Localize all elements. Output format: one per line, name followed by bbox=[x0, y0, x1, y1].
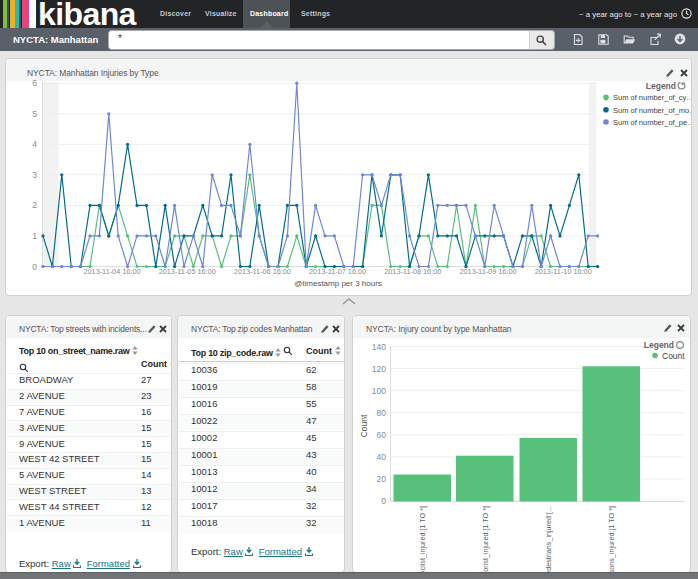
svg-text:Sum of number_of_mo…: Sum of number_of_mo… bbox=[613, 106, 692, 115]
svg-text:2013-11-08 16:00: 2013-11-08 16:00 bbox=[384, 267, 441, 276]
svg-text:0: 0 bbox=[32, 262, 37, 272]
svg-text:2013-11-04 16:00: 2013-11-04 16:00 bbox=[83, 267, 140, 276]
svg-text:2013-11-06 16:00: 2013-11-06 16:00 bbox=[234, 267, 291, 276]
svg-text:_pedestrians_injured:[...: _pedestrians_injured:[... bbox=[544, 506, 553, 572]
svg-text:_persons_injured:[1 TO *]: _persons_injured:[1 TO *] bbox=[607, 506, 616, 572]
svg-text:1: 1 bbox=[32, 231, 37, 241]
svg-text:0: 0 bbox=[381, 496, 386, 506]
svg-text:100: 100 bbox=[372, 386, 386, 396]
svg-text:2: 2 bbox=[32, 200, 37, 210]
svg-text:20: 20 bbox=[377, 474, 387, 484]
svg-text:@timestamp per 3 hours: @timestamp per 3 hours bbox=[294, 279, 382, 288]
svg-text:Count: Count bbox=[662, 351, 685, 361]
svg-text:Legend: Legend bbox=[644, 340, 674, 350]
svg-text:80: 80 bbox=[377, 408, 387, 418]
svg-text:60: 60 bbox=[377, 430, 387, 440]
svg-text:2013-11-05 16:00: 2013-11-05 16:00 bbox=[159, 267, 216, 276]
svg-text:2013-11-07 16:00: 2013-11-07 16:00 bbox=[309, 267, 366, 276]
svg-text:2013-11-09 16:00: 2013-11-09 16:00 bbox=[459, 267, 516, 276]
svg-text:Count: Count bbox=[359, 414, 369, 437]
svg-text:120: 120 bbox=[372, 364, 386, 374]
svg-text:Sum of number_of_cy…: Sum of number_of_cy… bbox=[613, 93, 692, 102]
svg-text:40: 40 bbox=[377, 452, 387, 462]
svg-text:_motorist_injured:[1 TO *]: _motorist_injured:[1 TO *] bbox=[481, 506, 490, 572]
svg-text:140: 140 bbox=[372, 342, 386, 352]
svg-text:Sum of number_of_pe…: Sum of number_of_pe… bbox=[613, 118, 692, 127]
svg-text:5: 5 bbox=[32, 109, 37, 119]
svg-text:Legend: Legend bbox=[646, 81, 676, 91]
svg-text:4: 4 bbox=[32, 139, 37, 149]
svg-text:6: 6 bbox=[32, 78, 37, 88]
svg-text:3: 3 bbox=[32, 170, 37, 180]
svg-text:2013-11-10 16:00: 2013-11-10 16:00 bbox=[535, 267, 592, 276]
svg-text:_of_cyclist_injured:[1 TO *]: _of_cyclist_injured:[1 TO *] bbox=[418, 506, 427, 572]
